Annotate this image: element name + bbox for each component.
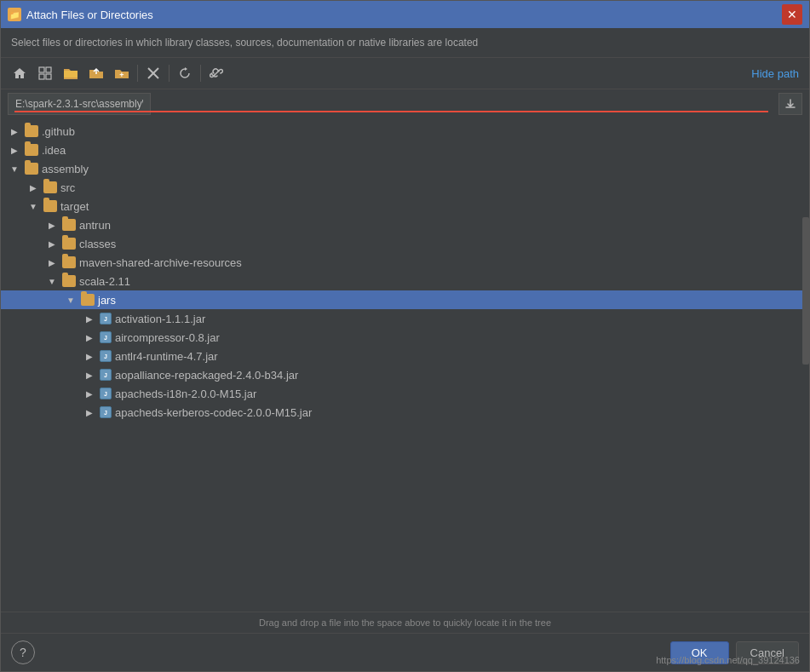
tree-item-antlr4[interactable]: J antlr4-runtime-4.7.jar bbox=[1, 347, 802, 365]
tree-label-aircompressor: aircompressor-0.8.jar bbox=[115, 331, 220, 344]
tree-label-jars: jars bbox=[98, 294, 116, 307]
tree-label-classes: classes bbox=[79, 238, 116, 250]
status-hint: Drag and drop a file into the space abov… bbox=[259, 617, 551, 628]
jar-icon-apacheds-i18n: J bbox=[100, 388, 112, 399]
scrollbar-thumb[interactable] bbox=[802, 217, 809, 365]
folder-icon-src bbox=[43, 181, 57, 193]
folder-icon-assembly bbox=[25, 163, 38, 175]
svg-rect-2 bbox=[39, 74, 44, 79]
tree-label-antrun: antrun bbox=[79, 219, 111, 232]
tree-arrow-src bbox=[26, 181, 40, 194]
tree-label-aopalliance: aopalliance-repackaged-2.4.0-b34.jar bbox=[115, 369, 298, 382]
path-download-button[interactable] bbox=[778, 93, 802, 115]
content-area: .github .idea assembly src bbox=[1, 118, 809, 612]
open-folder-button[interactable] bbox=[59, 61, 83, 85]
vertical-scrollbar[interactable] bbox=[802, 118, 809, 612]
tree-item-assembly[interactable]: assembly bbox=[1, 159, 802, 178]
toolbar-sep-3 bbox=[200, 65, 201, 82]
refresh-button[interactable] bbox=[173, 61, 197, 85]
folder-icon-maven-shared bbox=[62, 256, 76, 268]
folder-icon-jars bbox=[81, 294, 95, 306]
tree-label-maven-shared: maven-shared-archive-resources bbox=[79, 256, 242, 269]
tree-item-apacheds-i18n[interactable]: J apacheds-i18n-2.0.0-M15.jar bbox=[1, 384, 802, 403]
tree-arrow-scala211 bbox=[45, 274, 59, 288]
tree-item-idea[interactable]: .idea bbox=[1, 141, 802, 159]
jar-icon-activation: J bbox=[100, 313, 112, 325]
folder-up-button[interactable] bbox=[84, 61, 108, 85]
tree-label-assembly: assembly bbox=[42, 163, 89, 175]
status-bar: Drag and drop a file into the space abov… bbox=[1, 612, 809, 633]
tree-label-target: target bbox=[60, 200, 89, 213]
tree-item-classes[interactable]: classes bbox=[1, 234, 802, 253]
tree-arrow-target bbox=[26, 199, 40, 213]
new-folder-button[interactable]: + bbox=[110, 61, 134, 85]
tree-item-apacheds-kerberos[interactable]: J apacheds-kerberos-codec-2.0.0-M15.jar bbox=[1, 403, 802, 422]
tree-item-target[interactable]: target bbox=[1, 197, 802, 215]
dialog-icon: 📁 bbox=[8, 8, 21, 21]
file-tree[interactable]: .github .idea assembly src bbox=[1, 118, 802, 612]
tree-item-jars[interactable]: jars bbox=[1, 290, 802, 309]
close-button[interactable]: ✕ bbox=[782, 4, 802, 25]
tree-arrow-jars bbox=[64, 293, 78, 307]
toolbar-sep-1 bbox=[137, 65, 138, 82]
svg-text:+: + bbox=[119, 71, 124, 79]
folder-icon-antrun bbox=[62, 219, 76, 231]
tree-arrow-antlr4 bbox=[83, 349, 96, 363]
svg-rect-3 bbox=[46, 74, 51, 79]
tree-item-aopalliance[interactable]: J aopalliance-repackaged-2.4.0-b34.jar bbox=[1, 365, 802, 384]
tree-label-src: src bbox=[60, 181, 75, 194]
jar-icon-aircompressor: J bbox=[100, 331, 112, 343]
jar-icon-antlr4: J bbox=[100, 350, 112, 362]
description-bar: Select files or directories in which lib… bbox=[1, 28, 809, 58]
folder-icon-target bbox=[43, 200, 57, 212]
help-button[interactable]: ? bbox=[11, 640, 35, 664]
tree-arrow-classes bbox=[45, 237, 59, 250]
tree-arrow-aircompressor bbox=[83, 330, 96, 344]
tree-item-src[interactable]: src bbox=[1, 178, 802, 197]
tree-arrow-assembly bbox=[8, 162, 21, 175]
svg-rect-0 bbox=[39, 67, 44, 72]
folder-icon-scala211 bbox=[62, 275, 76, 287]
path-bar bbox=[1, 89, 809, 118]
tree-arrow-idea bbox=[8, 143, 21, 157]
tree-item-antrun[interactable]: antrun bbox=[1, 215, 802, 234]
tree-item-scala211[interactable]: scala-2.11 bbox=[1, 272, 802, 290]
description-text: Select files or directories in which lib… bbox=[11, 37, 478, 49]
tree-item-github[interactable]: .github bbox=[1, 122, 802, 141]
tree-label-apacheds-i18n: apacheds-i18n-2.0.0-M15.jar bbox=[115, 388, 256, 400]
path-input[interactable] bbox=[8, 93, 151, 115]
attach-files-dialog: 📁 Attach Files or Directories ✕ Select f… bbox=[0, 0, 810, 672]
hide-path-button[interactable]: Hide path bbox=[748, 66, 802, 82]
folder-icon-github bbox=[25, 125, 38, 137]
tree-label-apacheds-kerberos: apacheds-kerberos-codec-2.0.0-M15.jar bbox=[115, 406, 312, 419]
home-button[interactable] bbox=[8, 61, 32, 85]
tree-label-activation: activation-1.1.1.jar bbox=[115, 313, 205, 325]
tree-arrow-antrun bbox=[45, 218, 59, 232]
tree-label-scala211: scala-2.11 bbox=[79, 275, 130, 288]
tree-arrow-apacheds-kerberos bbox=[83, 405, 96, 419]
tree-arrow-aopalliance bbox=[83, 368, 96, 382]
tree-label-idea: .idea bbox=[42, 144, 66, 157]
title-bar-left: 📁 Attach Files or Directories bbox=[8, 8, 153, 21]
jar-icon-aopalliance: J bbox=[100, 369, 112, 381]
tree-arrow-activation bbox=[83, 312, 96, 325]
toolbar-left: + bbox=[8, 61, 228, 85]
title-bar: 📁 Attach Files or Directories ✕ bbox=[1, 1, 809, 28]
grid-button[interactable] bbox=[33, 61, 57, 85]
folder-icon-classes bbox=[62, 238, 76, 250]
bottom-bar: ? OK Cancel bbox=[1, 633, 809, 671]
path-wrapper bbox=[8, 93, 775, 115]
folder-icon-idea bbox=[25, 144, 38, 156]
tree-arrow-maven-shared bbox=[45, 256, 59, 269]
toolbar-sep-2 bbox=[169, 65, 169, 82]
delete-button[interactable] bbox=[141, 61, 165, 85]
toolbar: + bbox=[1, 58, 809, 89]
tree-arrow-apacheds-i18n bbox=[83, 387, 96, 400]
link-button[interactable] bbox=[204, 61, 228, 85]
tree-item-maven-shared[interactable]: maven-shared-archive-resources bbox=[1, 253, 802, 272]
watermark: https://blog.csdn.net/qq_39124136 bbox=[656, 655, 800, 665]
jar-icon-apacheds-kerberos: J bbox=[100, 406, 112, 418]
tree-item-activation[interactable]: J activation-1.1.1.jar bbox=[1, 309, 802, 328]
tree-item-aircompressor[interactable]: J aircompressor-0.8.jar bbox=[1, 328, 802, 347]
dialog-title: Attach Files or Directories bbox=[26, 9, 153, 21]
